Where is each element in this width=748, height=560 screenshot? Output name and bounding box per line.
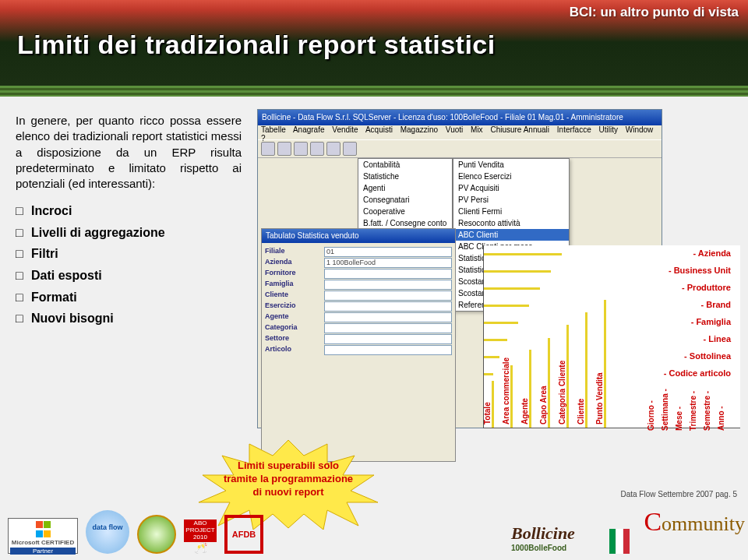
label-esercizio: Esercizio <box>265 301 321 312</box>
dim-x-bar <box>585 312 587 428</box>
filter-panel: Tabulato Statistica venduto Filiale01 Az… <box>261 228 456 462</box>
dim-y-bar <box>484 322 518 324</box>
panel-title: Tabulato Statistica venduto <box>262 229 455 243</box>
submenuitem-fermi[interactable]: Clienti Fermi <box>453 206 569 217</box>
menu-magazzino[interactable]: Magazzino <box>400 125 438 134</box>
bullet-livelli: Livelli di aggregazione <box>16 224 242 241</box>
dim-y-bar <box>484 253 562 255</box>
menuitem-contabilita[interactable]: Contabilità <box>358 159 452 171</box>
bullet-formati: Formati <box>16 289 242 306</box>
dim-x-bar <box>529 350 531 428</box>
dim-y-bar <box>484 356 499 358</box>
header-corner-text: BCI: un altro punto di vista <box>570 5 739 20</box>
dim-time-label: Giorno - <box>647 400 655 431</box>
menuitem-agenti[interactable]: Agenti <box>358 182 452 194</box>
menuitem-statistiche[interactable]: Statistiche <box>358 171 452 182</box>
bullet-dati: Dati esposti <box>16 267 242 284</box>
afdb-logo: AFDB <box>224 515 263 554</box>
dim-y-bar <box>484 373 493 375</box>
menu-interfacce[interactable]: Interfacce <box>557 125 591 134</box>
submenuitem-elenco[interactable]: Elenco Esercizi <box>453 171 569 182</box>
submenuitem-acquisiti[interactable]: PV Acquisiti <box>453 182 569 194</box>
toolbar-icon[interactable] <box>261 142 275 156</box>
menu-tabelle[interactable]: Tabelle <box>261 125 286 134</box>
field-categoria[interactable] <box>324 323 452 333</box>
field-esercizio[interactable] <box>324 301 452 312</box>
community-text: Community <box>644 507 745 537</box>
abo-logo: ABO PROJECT 2010 🥂 <box>184 519 217 554</box>
dim-x-label: Cliente <box>577 399 585 424</box>
label-filiale: Filiale <box>265 247 321 257</box>
dim-x-label: Punto Vendita <box>595 372 604 424</box>
bullet-incroci: Incroci <box>16 203 242 220</box>
dim-y-bar <box>484 339 507 341</box>
dim-y-label: - Linea <box>704 334 731 343</box>
menu-utility[interactable]: Utility <box>599 125 618 134</box>
field-agente[interactable] <box>324 312 452 322</box>
field-fornitore[interactable] <box>324 269 452 279</box>
bollicine-text: Bollicine <box>511 523 628 544</box>
slide-title: Limiti dei tradizionali report statistic… <box>17 30 496 60</box>
dim-x-label: Area commerciale <box>502 357 510 424</box>
dim-y-label: - Famiglia <box>691 317 731 326</box>
submenuitem-resoconto[interactable]: Resoconto attività <box>453 217 569 229</box>
dim-x-label: Capo Area <box>539 386 548 424</box>
field-filiale[interactable]: 01 <box>324 247 452 257</box>
bollicine-sub: 1000BolleFood <box>511 544 628 552</box>
dim-x-bar <box>604 300 606 428</box>
dimension-chart: - Azienda- Business Unit- Produttore- Br… <box>483 245 740 428</box>
dim-x-label: Categoria Cliente <box>558 361 566 424</box>
menuitem-consegnatari[interactable]: Consegnatari <box>358 194 452 206</box>
dim-x-label: Totale <box>483 402 492 424</box>
field-famiglia[interactable] <box>324 280 452 290</box>
field-azienda[interactable]: 1 100BolleFood <box>324 258 452 268</box>
label-famiglia: Famiglia <box>265 280 321 290</box>
dim-y-bar <box>484 270 551 273</box>
menu-anagrafe[interactable]: Anagrafe <box>293 125 325 134</box>
menu-acquisti[interactable]: Acquisti <box>365 125 393 134</box>
dim-time-label: Settimana - <box>661 389 669 431</box>
submenuitem-pv[interactable]: Punti Vendita <box>453 159 569 171</box>
dim-y-label: - Brand <box>701 300 732 309</box>
dim-x-bar <box>510 365 513 428</box>
field-articolo[interactable] <box>324 345 452 355</box>
microsoft-certified-logo: Microsoft CERTIFIED Partner <box>8 518 78 554</box>
dim-time-label: Anno - <box>717 406 725 431</box>
label-articolo: Articolo <box>265 345 321 355</box>
field-settore[interactable] <box>324 334 452 344</box>
toolbar-icon[interactable] <box>326 142 340 156</box>
label-cliente: Cliente <box>265 291 321 301</box>
dim-time-label: Mese - <box>675 407 683 431</box>
dim-x-bar <box>492 381 494 428</box>
field-cliente[interactable] <box>324 291 452 301</box>
dim-y-label: - Business Unit <box>669 266 731 275</box>
menu-vuoti[interactable]: Vuoti <box>446 125 463 134</box>
label-settore: Settore <box>265 334 321 344</box>
dim-y-label: - Produttore <box>682 283 731 292</box>
dim-x-bar <box>548 338 550 428</box>
app-menubar[interactable]: Tabelle Anagrafe Vendite Acquisti Magazz… <box>258 125 662 139</box>
body-text-block: In genere, per quanto ricco possa essere… <box>16 113 242 332</box>
menu-mix[interactable]: Mix <box>471 125 483 134</box>
app-titlebar: Bollicine - Data Flow S.r.l. SQLServer -… <box>258 110 662 125</box>
toolbar-icon[interactable] <box>310 142 324 156</box>
menu-window[interactable]: Window <box>626 125 654 134</box>
label-fornitore: Fornitore <box>265 269 321 279</box>
page-number: Data Flow Settembre 2007 pag. 5 <box>620 490 737 498</box>
toolbar-icon[interactable] <box>294 142 308 156</box>
footer-logos: Microsoft CERTIFIED Partner data flow AB… <box>8 510 263 554</box>
app-toolbar <box>258 139 662 158</box>
bullet-filtri: Filtri <box>16 245 242 262</box>
menuitem-cooperative[interactable]: Cooperative <box>358 206 452 217</box>
dim-y-bar <box>484 305 529 307</box>
green-badge-logo <box>137 515 176 554</box>
menu-vendite[interactable]: Vendite <box>332 125 358 134</box>
menu-chiusure[interactable]: Chiusure Annuali <box>490 125 549 134</box>
submenuitem-persi[interactable]: PV Persi <box>453 194 569 206</box>
submenuitem-abc-clienti[interactable]: ABC Clienti <box>453 229 569 241</box>
toolbar-icon[interactable] <box>343 142 357 156</box>
toolbar-icon[interactable] <box>277 142 291 156</box>
dim-y-label: - Azienda <box>693 248 732 258</box>
label-categoria: Categoria <box>265 323 321 333</box>
dim-y-bar <box>484 287 540 290</box>
